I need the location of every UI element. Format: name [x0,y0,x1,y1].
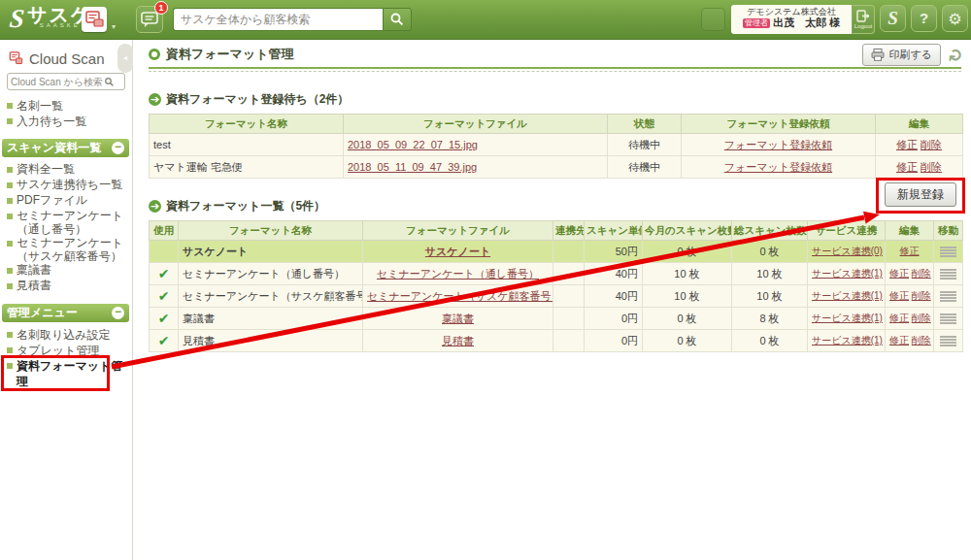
gear-icon: ⚙ [948,11,961,27]
cell-used: ✔ [150,308,179,330]
sidebar-app-title: Cloud Scan [0,40,132,68]
global-search-input[interactable] [173,8,383,31]
sidebar-section-admin[interactable]: 管理メニュー − [2,304,129,322]
section-arrow-icon: ➔ [149,200,161,213]
sidebar-item[interactable]: タブレット管理 [0,343,132,358]
refresh-icon[interactable]: ↻ [945,47,967,63]
service-link[interactable]: サービス連携(1) [812,313,883,323]
sidebar-item[interactable]: サスケ連携待ち一覧 [0,178,132,193]
edit-link[interactable]: 修正 [900,246,920,256]
sidebar-item[interactable]: 名刺一覧 [0,98,132,114]
logout-button[interactable]: Logout [852,5,875,34]
sidebar-item[interactable]: 名刺取り込み設定 [0,327,132,343]
delete-link[interactable]: 削除 [921,161,942,173]
cell-move [934,241,963,263]
format-file-link[interactable]: 稟議書 [442,313,474,324]
table-row: test2018_05_09_22_07_15.jpg待機中フォーマット登録依頼… [150,134,963,156]
cell-partner [553,308,585,330]
help-button[interactable]: ? [911,5,937,32]
search-button[interactable] [383,8,412,31]
print-label: 印刷する [888,48,932,62]
pending-heading-label: 資料フォーマット登録待ち（2件） [166,91,349,108]
drag-handle-icon[interactable] [940,291,956,302]
delete-link[interactable]: 削除 [912,290,931,301]
column-header: フォーマット名称 [179,221,363,241]
check-icon: ✔ [158,311,170,326]
card-icon [82,7,107,32]
cell-used: ✔ [150,330,179,352]
sidebar-section-list-1: 名刺取り込み設定タブレット管理資料フォーマット管理 [0,327,132,389]
edit-link[interactable]: 修正 [889,268,909,279]
delete-link[interactable]: 削除 [912,335,931,346]
new-registration-button[interactable]: 新規登録 [885,182,956,207]
format-file-link[interactable]: 2018_05_09_22_07_15.jpg [348,139,478,150]
sidebar-item[interactable]: 資料全一覧 [0,162,132,178]
app-logo: S サスケ SAASKE [10,4,92,33]
sidebar-app-title-label: Cloud Scan [29,50,105,67]
service-link[interactable]: サービス連携(1) [812,290,883,301]
cell-status: 待機中 [608,134,682,156]
sidebar-item[interactable]: セミナーアンケート（通し番号） [0,209,132,236]
format-file-link[interactable]: サスケノート [425,246,490,257]
cloudscan-icon [8,50,24,66]
format-file-link[interactable]: 見積書 [442,335,474,346]
cell-month-scans: 10 枚 [643,263,732,285]
format-file-link[interactable]: セミナーアンケート（通し番号） [377,268,539,280]
formats-header-row: 使用フォーマット名称フォーマットファイル連携先スキャン単価今月のスキャン枚数総ス… [150,221,963,241]
check-icon: ✔ [158,266,170,281]
delete-link[interactable]: 削除 [921,139,942,150]
company-name: デモシステム株式会社 [731,7,852,16]
service-link[interactable]: サービス連携(1) [812,268,883,279]
drag-handle-icon[interactable] [940,313,956,324]
sasuke-home-button[interactable]: S [880,5,906,32]
notification-badge: 1 [154,1,168,15]
sidebar-item[interactable]: 稟議書 [0,263,132,279]
edit-link[interactable]: 修正 [889,335,909,346]
drag-handle-icon[interactable] [940,336,956,346]
service-link[interactable]: サービス連携(0) [812,246,883,256]
format-file-link[interactable]: セミナーアンケート（サスケ顧客番号） [367,290,553,302]
edit-link[interactable]: 修正 [889,313,909,323]
sidebar-search-input[interactable] [11,77,104,87]
sidebar-item[interactable]: セミナーアンケート（サスケ顧客番号） [0,236,132,263]
cloudscan-app-icon[interactable] [82,7,107,32]
collapse-minus-icon[interactable]: − [112,142,124,154]
cell-used: ✔ [150,285,179,308]
cell-service: サービス連携(0) [808,241,886,263]
sidebar-item[interactable]: 入力待ち一覧 [0,114,132,129]
column-header: フォーマット登録依頼 [682,115,876,134]
cell-format-file: 2018_05_09_22_07_15.jpg [344,134,608,156]
column-header: フォーマットファイル [344,115,608,134]
sidebar-item[interactable]: PDFファイル [0,193,132,209]
drag-handle-icon[interactable] [940,269,956,280]
edit-link[interactable]: 修正 [896,139,918,150]
notifications-button[interactable]: 1 [136,6,163,33]
cell-format-name: セミナーアンケート（サスケ顧客番号） [179,285,363,308]
sidebar-item[interactable]: 見積書 [0,279,132,294]
cell-month-scans: 0 枚 [643,241,732,263]
sidebar-section-scan[interactable]: スキャン資料一覧 − [2,139,129,157]
edit-link[interactable]: 修正 [889,290,909,301]
cell-edit: 修正 削除 [876,134,963,156]
cell-service: サービス連携(1) [808,308,886,330]
edit-link[interactable]: 修正 [896,161,918,173]
sidebar-item[interactable]: 資料フォーマット管理 [0,358,132,389]
print-button[interactable]: 印刷する [862,44,941,66]
cell-format-name: test [150,134,344,156]
cell-edit: 修正 削除 [886,330,934,352]
column-header: 編集 [886,221,934,241]
format-file-link[interactable]: 2018_05_11_09_47_39.jpg [348,161,477,173]
register-request-link[interactable]: フォーマット登録依頼 [724,161,832,173]
service-link[interactable]: サービス連携(1) [812,335,883,346]
cell-move [934,285,963,308]
delete-link[interactable]: 削除 [912,268,931,279]
cell-edit: 修正 削除 [886,263,934,285]
user-name: 出茂 太郎 様 [773,16,840,29]
drag-handle-icon[interactable] [940,247,956,257]
sidebar-collapse-handle[interactable]: ◂ [117,44,133,73]
sasuke-icon: S [887,8,898,28]
settings-button[interactable]: ⚙ [942,5,968,32]
collapse-minus-icon[interactable]: − [112,307,124,319]
delete-link[interactable]: 削除 [912,313,931,323]
register-request-link[interactable]: フォーマット登録依頼 [724,139,832,150]
